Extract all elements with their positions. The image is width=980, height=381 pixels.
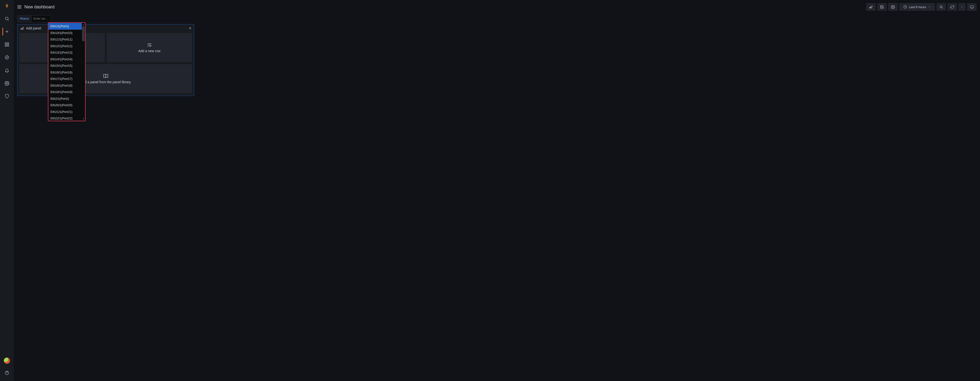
time-range-label: Last 6 hours [909,5,926,9]
nav-search-icon[interactable] [3,15,11,22]
dashboard-settings-button[interactable] [888,3,898,11]
variable-row: ifName [14,14,980,23]
variable-dropdown: Eth1/1(Port1)Eth10/1(Port10)Eth11/1(Port… [48,23,85,121]
add-panel-button[interactable] [866,3,876,11]
scroll-down-icon[interactable]: ▾ [82,117,85,121]
nav-alerting-icon[interactable] [3,67,11,74]
panel-library-card[interactable]: Add a panel from the panel library [19,64,192,93]
svg-rect-20 [872,6,872,7]
cycle-view-mode-button[interactable] [967,3,977,11]
svg-rect-15 [20,5,21,6]
variable-dropdown-list[interactable]: Eth1/1(Port1)Eth10/1(Port10)Eth11/1(Port… [49,23,85,121]
variable-option[interactable]: Eth13/1(Port13) [49,49,85,56]
panel-library-label: Add a panel from the panel library [81,80,131,84]
svg-point-21 [892,6,893,7]
nav-configuration-icon[interactable] [3,79,11,87]
svg-point-1 [5,17,8,20]
add-panel-header: Add panel [18,24,194,32]
dashboard-canvas: Add panel ✕ Add a new panel Add a new ro… [14,23,980,97]
variable-option[interactable]: Eth11/1(Port11) [49,36,85,43]
svg-point-0 [6,5,8,6]
variable-option[interactable]: Eth22/1(Port22) [49,115,85,121]
clock-icon [903,5,907,9]
scroll-up-icon[interactable]: ▴ [82,23,85,26]
page-title: New dashboard [17,5,54,10]
variable-option[interactable]: Eth2/1(Port2) [49,95,85,102]
nav-dashboards-icon[interactable] [3,41,11,48]
variable-option[interactable]: Eth14/1(Port14) [49,56,85,63]
svg-rect-5 [5,43,7,44]
variable-label[interactable]: ifName [17,15,32,22]
svg-rect-14 [18,5,19,6]
svg-line-24 [942,8,943,8]
add-panel-widget: Add panel ✕ Add a new panel Add a new ro… [17,24,194,96]
save-dashboard-button[interactable] [877,3,887,11]
variable-value-input[interactable] [32,15,51,22]
variable-option[interactable]: Eth16/1(Port16) [49,69,85,76]
svg-point-11 [6,83,8,84]
variable-option[interactable]: Eth19/1(Port19) [49,89,85,95]
svg-rect-29 [21,29,22,30]
svg-point-9 [5,56,9,59]
main-area: New dashboard Last 6 hours [14,0,980,381]
zoom-out-button[interactable] [937,3,946,11]
svg-rect-19 [871,6,872,8]
nav-explore-icon[interactable] [3,54,11,61]
variable-option[interactable]: Eth18/1(Port18) [49,82,85,89]
side-nav [0,0,14,381]
nav-create-icon[interactable] [2,28,11,35]
svg-rect-8 [5,45,7,46]
add-new-row-card[interactable]: Add a new row [107,33,192,62]
scrollbar[interactable]: ▴ ▾ [82,23,85,121]
top-bar: New dashboard Last 6 hours [14,0,980,14]
svg-rect-18 [870,7,870,8]
time-range-picker[interactable]: Last 6 hours [899,3,935,11]
nav-help-icon[interactable] [3,369,11,377]
chevron-down-icon [961,5,964,8]
add-new-row-label: Add a new row [138,49,161,53]
add-panel-icon [20,26,24,30]
refresh-interval-picker[interactable] [958,3,966,11]
variable-option[interactable]: Eth1/1(Port1) [49,23,85,30]
variable-option[interactable]: Eth12/1(Port12) [49,43,85,49]
add-panel-title: Add panel [26,26,41,30]
svg-rect-16 [20,7,21,9]
close-icon[interactable]: ✕ [189,26,192,30]
svg-rect-7 [7,45,9,46]
variable-option[interactable]: Eth10/1(Port10) [49,30,85,37]
svg-line-2 [8,20,9,21]
svg-rect-30 [22,28,23,30]
nav-admin-icon[interactable] [3,92,11,100]
scrollbar-thumb[interactable] [82,26,85,41]
dashboard-icon [17,5,22,9]
svg-rect-26 [970,6,973,8]
chevron-down-icon [928,5,931,8]
variable-option[interactable]: Eth15/1(Port15) [49,62,85,69]
svg-rect-17 [18,7,19,9]
grafana-logo-icon[interactable] [3,2,11,10]
svg-marker-10 [6,57,8,58]
svg-rect-6 [7,43,9,44]
variable-option[interactable]: Eth20/1(Port20) [49,102,85,109]
variable-option[interactable]: Eth21/1(Port21) [49,109,85,115]
variable-option[interactable]: Eth17/1(Port17) [49,76,85,82]
refresh-button[interactable] [947,3,957,11]
wrap-text-icon [147,42,152,48]
user-avatar[interactable] [4,357,10,364]
book-open-icon [103,73,108,79]
page-title-text: New dashboard [24,5,54,10]
svg-rect-31 [23,27,24,28]
